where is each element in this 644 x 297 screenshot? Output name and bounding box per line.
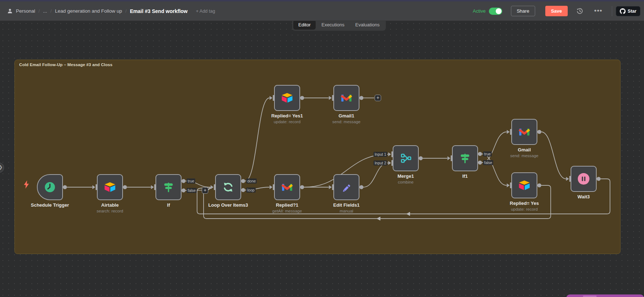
- node-label-wait3: Wait3: [577, 194, 590, 199]
- clock-icon: [44, 181, 56, 193]
- more-options-icon[interactable]: •••: [593, 9, 604, 13]
- node-replied-q1[interactable]: [274, 174, 300, 200]
- node-if1[interactable]: [452, 145, 478, 171]
- tab-editor[interactable]: Editor: [293, 20, 316, 30]
- workflow-title[interactable]: Email #3 Send workflow: [130, 8, 188, 14]
- node-gmail1[interactable]: [333, 85, 359, 111]
- merge-icon: [400, 152, 411, 164]
- node-edit-fields1[interactable]: [333, 174, 359, 200]
- gmail-icon: [281, 182, 293, 192]
- signpost-icon: [163, 181, 174, 193]
- plus-on-false-connection[interactable]: +: [202, 187, 208, 194]
- output-label-if1-true: true: [483, 151, 492, 156]
- output-label-if-false: false: [187, 188, 197, 193]
- node-label-if: If: [167, 202, 170, 208]
- node-subtitle-airtable: search: record: [97, 209, 123, 213]
- active-toggle[interactable]: [489, 8, 502, 15]
- node-airtable[interactable]: [97, 174, 123, 200]
- window-top-strip: [0, 0, 644, 1]
- node-label-replied-yes1: Replied= Yes1: [271, 113, 303, 119]
- toggle-knob: [496, 8, 502, 14]
- output-label-if1-false: false: [483, 160, 493, 165]
- bottom-toast-peek[interactable]: [566, 294, 644, 297]
- node-label-replied-q1: Replied?1: [276, 202, 298, 208]
- node-subtitle-gmail1: send: message: [332, 120, 361, 124]
- node-subtitle-merge1: combine: [398, 180, 413, 184]
- airtable-icon: [518, 180, 530, 191]
- workflow-world: Cold Email Follow-Up – Message #3 and Cl…: [0, 0, 644, 297]
- add-tag-button[interactable]: + Add tag: [196, 9, 215, 14]
- node-gmail[interactable]: [511, 119, 537, 145]
- star-label: Star: [628, 9, 636, 14]
- node-subtitle-edit-fields1: manual: [340, 209, 353, 213]
- pencil-icon: [341, 181, 352, 193]
- node-label-replied-yes: Replied= Yes: [510, 201, 539, 206]
- node-label-schedule-trigger: Schedule Trigger: [31, 202, 69, 208]
- github-star-section: Star: [612, 6, 644, 16]
- plus-after-gmail1[interactable]: +: [375, 95, 381, 101]
- breadcrumb-separator: /: [50, 8, 52, 14]
- node-loop[interactable]: [215, 174, 241, 200]
- breadcrumb-separator: /: [38, 8, 40, 14]
- github-star-button[interactable]: Star: [616, 6, 640, 16]
- expand-panel-chevron-icon[interactable]: ❯: [0, 163, 4, 173]
- node-merge1[interactable]: [393, 145, 419, 171]
- breadcrumb-ellipsis[interactable]: ...: [43, 8, 47, 14]
- sticky-note-title: Cold Email Follow-Up – Message #3 and Cl…: [19, 63, 620, 67]
- signpost-icon: [459, 152, 471, 164]
- pause-icon: [577, 173, 590, 185]
- node-label-airtable: Airtable: [101, 202, 119, 208]
- trigger-lightning-icon: [24, 180, 29, 190]
- node-label-if1: If1: [462, 173, 468, 179]
- share-button[interactable]: Share: [511, 6, 535, 16]
- breadcrumb-owner[interactable]: Personal: [16, 8, 35, 14]
- output-label-if-true: true: [187, 178, 195, 184]
- node-if[interactable]: [155, 174, 182, 200]
- active-label: Active: [473, 8, 486, 14]
- tab-executions[interactable]: Executions: [316, 20, 350, 30]
- input-label-merge1-input-2: Input 2: [374, 160, 387, 165]
- node-label-edit-fields1: Edit Fields1: [333, 202, 360, 208]
- breadcrumb-separator: /: [125, 8, 127, 14]
- topbar: Personal / ... / Lead generation and Fol…: [0, 1, 644, 21]
- node-label-loop: Loop Over Items3: [208, 202, 248, 208]
- gmail-icon: [340, 93, 353, 103]
- person-icon: [7, 8, 13, 14]
- topbar-actions: Active Share Save ••• Star: [473, 6, 644, 16]
- tab-evaluations[interactable]: Evaluations: [350, 20, 385, 30]
- github-octocat-icon: [620, 8, 626, 14]
- node-label-gmail1: Gmail1: [338, 113, 354, 119]
- airtable-icon: [281, 92, 293, 103]
- loop-icon: [222, 181, 234, 193]
- workflow-history-icon[interactable]: [575, 6, 585, 16]
- toast-pill: [583, 296, 597, 297]
- breadcrumb-project[interactable]: Lead generation and Follow up: [55, 8, 122, 14]
- breadcrumb: Personal / ... / Lead generation and Fol…: [0, 8, 215, 14]
- node-subtitle-gmail: send: message: [510, 154, 538, 158]
- save-button[interactable]: Save: [545, 6, 568, 16]
- node-subtitle-replied-q1: getAll: message: [272, 209, 302, 213]
- input-label-merge1-input-1: Input 1: [374, 152, 387, 157]
- node-wait3[interactable]: [571, 166, 597, 192]
- node-label-gmail: Gmail: [518, 147, 531, 152]
- node-replied-yes1[interactable]: [274, 85, 300, 111]
- output-label-loop-loop: loop: [246, 188, 256, 193]
- node-subtitle-replied-yes: update: record: [511, 207, 538, 211]
- n8n-workflow-editor: Personal / ... / Lead generation and Fol…: [0, 0, 644, 297]
- node-label-merge1: Merge1: [397, 173, 414, 179]
- airtable-icon: [104, 182, 116, 193]
- gmail-icon: [518, 127, 530, 137]
- output-label-loop-done: done: [246, 178, 257, 184]
- node-subtitle-replied-yes1: update: record: [274, 120, 300, 124]
- node-schedule-trigger[interactable]: [37, 174, 63, 200]
- node-replied-yes[interactable]: [511, 172, 537, 198]
